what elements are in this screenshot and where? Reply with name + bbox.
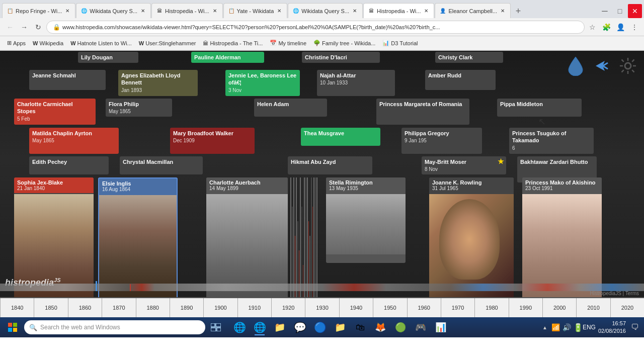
tab-close-1[interactable]: ✕ xyxy=(64,8,71,15)
back-button[interactable]: ← xyxy=(4,21,16,33)
minimize-button[interactable]: ─ xyxy=(598,4,612,18)
card-jk-rowling[interactable]: Joanne K. Rowling 31 Jul 1965 ▶ xyxy=(429,177,514,317)
new-tab-button[interactable]: + xyxy=(511,4,525,18)
bookmark-stinglehammer[interactable]: W User:Stinglehammer xyxy=(136,39,199,47)
close-button[interactable]: ✕ xyxy=(628,4,642,18)
taskbar-search[interactable]: 🔍 Search the web and Windows xyxy=(24,320,205,334)
tab-close-2[interactable]: ✕ xyxy=(139,8,146,15)
taskbar-app-explorer[interactable]: 📁 xyxy=(271,318,289,336)
bookmark-star-icon[interactable]: ☆ xyxy=(587,22,598,33)
tick-1890: 1890 xyxy=(170,298,203,317)
taskbar-app-game[interactable]: 🎮 xyxy=(412,318,430,336)
taskbar-app-skype[interactable]: 💬 xyxy=(291,318,309,336)
time-display[interactable]: 16:57 02/08/2016 xyxy=(598,320,626,335)
tab-repo-fringe[interactable]: 📋 Repo Fringe - Wi... ✕ xyxy=(2,3,75,18)
card-chrystal-macmillan[interactable]: Chrystal Macmillan xyxy=(120,156,203,174)
taskbar-app-edge[interactable]: 🌐 xyxy=(230,318,249,336)
bookmark-hatnote[interactable]: W Hatnote Listen to Wi... xyxy=(67,39,135,47)
taskbar-app-firefox[interactable]: 🦊 xyxy=(371,318,389,336)
card-jeanne-schmahl[interactable]: Jeanne Schmahl xyxy=(29,70,106,90)
task-view-button[interactable] xyxy=(208,320,223,335)
card-may-britt-moser[interactable]: May-Britt Moser 8 Nov ★ xyxy=(422,156,506,174)
ime-icon[interactable]: ENG xyxy=(584,322,594,332)
card-stella-rimington[interactable]: Stella Rimington 13 May 1935 xyxy=(326,177,406,263)
network-icon[interactable]: 📶 xyxy=(551,322,561,332)
taskbar-app-ie[interactable]: 🌐 xyxy=(251,318,269,336)
card-najah-al-attar[interactable]: Najah al-Attar 10 Jan 1933 xyxy=(317,70,395,96)
card-hikmat-abu-zayd[interactable]: Hikmat Abu Zayd xyxy=(288,156,372,174)
tab-yate[interactable]: 📋 Yate - Wikidata ✕ xyxy=(223,3,288,18)
tab-close-7[interactable]: ✕ xyxy=(499,8,506,15)
card-pauline-alderman[interactable]: Pauline Alderman xyxy=(191,52,264,63)
bookmark-my-timeline[interactable]: 📅 My timeline xyxy=(267,39,309,47)
card-lily-dougan[interactable]: Lily Dougan xyxy=(78,52,138,63)
hatnote-icon: W xyxy=(70,40,75,46)
reload-button[interactable]: ↻ xyxy=(32,21,44,33)
card-charlotte-auerbach[interactable]: Charlotte Auerbach 14 May 1899 xyxy=(206,177,288,317)
svg-rect-4 xyxy=(13,328,17,332)
task-view-icon xyxy=(211,323,221,331)
tab-wikidata-1[interactable]: 🌐 Wikidata Query S... ✕ xyxy=(76,3,151,18)
extensions-icon[interactable]: 🧩 xyxy=(601,22,612,33)
tab-close-5[interactable]: ✕ xyxy=(351,8,358,15)
timeline-marker-2 xyxy=(130,284,131,291)
address-bar[interactable]: 🔒 www.histropedia.com/showcase/wikidata-… xyxy=(46,21,585,34)
settings-icon[interactable]: ⋮ xyxy=(629,22,640,33)
taskbar-app-green[interactable]: 🟢 xyxy=(391,318,410,336)
battery-icon[interactable]: 🔋 xyxy=(573,322,583,332)
bookmark-d3[interactable]: 📊 D3 Tutorial xyxy=(379,39,421,47)
card-sophia-jex-blake[interactable]: Sophia Jex-Blake 21 Jan 1840 xyxy=(14,177,94,317)
card-charlotte-carmichael[interactable]: Charlotte Carmichael Stopes 5 Feb xyxy=(14,99,96,125)
taskbar-app-powerpoint[interactable]: 📊 xyxy=(432,318,450,336)
bookmark-wikipedia[interactable]: W Wikipedia xyxy=(30,39,66,47)
card-helen-adam[interactable]: Helen Adam xyxy=(254,99,327,117)
tab-eleanor[interactable]: 👤 Eleanor Campbell... ✕ xyxy=(435,3,511,18)
card-philippa-gregory[interactable]: Philippa Gregory 9 Jan 195 xyxy=(401,128,482,154)
card-princess-tsuguko[interactable]: Princess Tsuguko of Takamado 6 xyxy=(509,128,594,154)
share-icon[interactable] xyxy=(591,55,613,77)
profile-icon[interactable]: 👤 xyxy=(615,22,626,33)
card-matilda-chaplin[interactable]: Matilda Chaplin Ayrton May 1865 xyxy=(29,128,119,154)
card-flora-philip[interactable]: Flora Philip May 1865 xyxy=(106,99,172,117)
bookmark-family-tree[interactable]: 🌳 Family tree - Wikida... xyxy=(310,39,378,47)
tab-close-6[interactable]: ✕ xyxy=(423,8,430,15)
tab-wikidata-2[interactable]: 🌐 Wikidata Query S... ✕ xyxy=(288,3,363,18)
card-amber-rudd[interactable]: Amber Rudd xyxy=(425,70,496,90)
maximize-button[interactable]: □ xyxy=(613,4,627,18)
bookmarks-bar: ⊞ Apps W Wikipedia W Hatnote Listen to W… xyxy=(0,36,644,50)
card-agnes-elizabeth[interactable]: Agnes Elizabeth Lloyd Bennett Jan 1893 xyxy=(118,70,198,96)
card-christine-diacri[interactable]: Christine D'Iacri xyxy=(302,52,380,63)
card-elsie-inglis[interactable]: Elsie Inglis 16 Aug 1864 xyxy=(98,177,178,317)
search-placeholder: Search the web and Windows xyxy=(40,324,120,331)
tab-histropedia-1[interactable]: 🏛 Histropedia - Wi... ✕ xyxy=(151,3,222,18)
forward-button[interactable]: → xyxy=(18,21,30,33)
settings-gear-icon[interactable] xyxy=(617,55,639,77)
water-drop-icon[interactable] xyxy=(565,55,587,77)
tab-close-3[interactable]: ✕ xyxy=(211,8,218,15)
tick-1920: 1920 xyxy=(271,298,305,317)
card-jennie-lee[interactable]: Jennie Lee, Baroness Lee ofâ€¦ 3 Nov xyxy=(225,70,300,96)
card-princess-mako[interactable]: Princess Mako of Akishino 23 Oct 1991 xyxy=(522,177,602,317)
bookmark-histropedia[interactable]: 🏛 Histropedia - The Ti... xyxy=(200,39,266,47)
star-icon: ★ xyxy=(498,157,504,165)
taskbar-app-chrome[interactable]: 🔵 xyxy=(311,318,329,336)
card-christy-clark[interactable]: Christy Clark xyxy=(435,52,503,63)
card-edith-pechey[interactable]: Edith Pechey xyxy=(29,156,109,174)
card-mary-broadfoot[interactable]: Mary Broadfoot Walker Dec 1909 xyxy=(170,128,255,154)
terms-text[interactable]: HistropediaJS | Terms xyxy=(590,291,639,296)
bookmark-apps[interactable]: ⊞ Apps xyxy=(4,39,29,47)
card-princess-margareta[interactable]: Princess Margareta of Romania xyxy=(376,99,469,125)
tab-favicon-5: 🌐 xyxy=(292,8,299,15)
card-pippa-middleton[interactable]: Pippa Middleton xyxy=(497,99,582,117)
show-hidden-icon[interactable]: ▲ xyxy=(540,322,550,332)
action-center-icon[interactable]: 🗨 xyxy=(630,322,640,332)
taskbar-app-store[interactable]: 🛍 xyxy=(351,318,369,336)
card-thea-musgrave[interactable]: Thea Musgrave xyxy=(301,128,380,146)
tick-1970: 1970 xyxy=(441,298,474,317)
tab-close-4[interactable]: ✕ xyxy=(276,8,283,15)
sound-icon[interactable]: 🔊 xyxy=(562,322,572,332)
start-button[interactable] xyxy=(4,321,21,334)
tab-histropedia-2[interactable]: 🏛 Histropedia - Wi... ✕ xyxy=(363,3,434,18)
timeline-visualization[interactable]: Lily Dougan Pauline Alderman Christine D… xyxy=(0,51,644,317)
taskbar-app-folder[interactable]: 📁 xyxy=(331,318,349,336)
